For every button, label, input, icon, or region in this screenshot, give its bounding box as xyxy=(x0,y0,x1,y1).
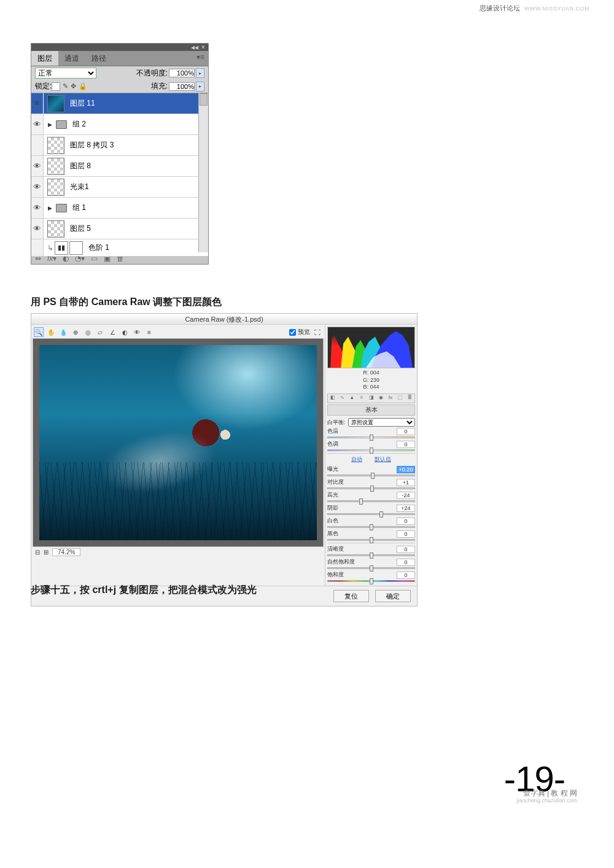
layer-item-group[interactable]: 👁 ▶ 组 2 xyxy=(31,114,208,135)
hand-tool-icon[interactable]: ✋ xyxy=(46,327,56,337)
visibility-icon[interactable]: 👁 xyxy=(31,177,44,197)
zoom-in-icon[interactable]: ⊞ xyxy=(44,549,49,556)
saturation-slider[interactable] xyxy=(327,580,415,582)
white-slider[interactable] xyxy=(327,526,415,528)
tab-channels[interactable]: 通道 xyxy=(58,51,85,66)
clarity-value[interactable]: 0 xyxy=(397,546,415,553)
opacity-input[interactable] xyxy=(169,69,195,77)
image-preview[interactable] xyxy=(33,338,324,547)
layer-name: 图层 8 拷贝 3 xyxy=(70,140,114,150)
saturation-value[interactable]: 0 xyxy=(397,572,415,579)
blend-row: 正常 不透明度: ▸ xyxy=(31,66,208,80)
layer-item[interactable]: 👁 光束1 xyxy=(31,177,208,198)
visibility-icon[interactable]: 👁 xyxy=(31,93,44,114)
zoom-tool-icon[interactable]: 🔍 xyxy=(34,327,44,337)
visibility-icon[interactable] xyxy=(31,239,44,256)
panel-menu-icon[interactable]: ▾≡ xyxy=(193,51,208,66)
layer-thumbnail xyxy=(47,137,64,154)
exposure-value[interactable]: +0.20 xyxy=(397,466,415,473)
fullscreen-icon[interactable]: ⛶ xyxy=(313,327,322,337)
layer-item[interactable]: 👁 图层 8 xyxy=(31,156,208,177)
layer-item-group[interactable]: 👁 ▶ 组 1 xyxy=(31,198,208,219)
scrollbar[interactable] xyxy=(198,93,208,252)
clarity-slider[interactable] xyxy=(327,554,415,556)
spot-tool-icon[interactable]: ◐ xyxy=(120,327,130,337)
tab-basic-icon[interactable]: ◧ xyxy=(328,395,337,402)
vibrance-value[interactable]: 0 xyxy=(397,559,415,566)
visibility-icon[interactable]: 👁 xyxy=(31,198,44,218)
lock-move-icon[interactable]: ✥ xyxy=(71,82,76,90)
contrast-slider[interactable] xyxy=(327,487,415,489)
tab-lens-icon[interactable]: ◉ xyxy=(376,395,385,402)
close-icon[interactable]: ✕ xyxy=(201,44,206,50)
contrast-value[interactable]: +1 xyxy=(397,479,415,486)
visibility-icon[interactable]: 👁 xyxy=(31,219,44,239)
lock-all-icon[interactable]: 🔒 xyxy=(79,82,87,90)
preview-image xyxy=(39,345,317,540)
tab-preset-icon[interactable]: ≣ xyxy=(405,395,414,402)
highlight-value[interactable]: -24 xyxy=(397,492,415,499)
tab-cal-icon[interactable]: ⬚ xyxy=(396,395,405,402)
expand-icon[interactable]: ▶ xyxy=(48,205,52,211)
section-title: 基本 xyxy=(327,405,415,416)
sampler-tool-icon[interactable]: ⊕ xyxy=(71,327,80,337)
collapse-icon[interactable]: ◀◀ xyxy=(191,45,198,50)
layer-item[interactable]: 👁 图层 8 拷贝 3 xyxy=(31,135,208,156)
straighten-tool-icon[interactable]: ∠ xyxy=(107,327,117,337)
tint-slider[interactable] xyxy=(327,449,415,451)
lock-transparency-icon[interactable] xyxy=(52,82,60,91)
layer-item[interactable]: 👁 图层 5 xyxy=(31,219,208,239)
shadow-value[interactable]: +24 xyxy=(397,505,415,512)
levels-icon: ▮▮ xyxy=(55,241,68,255)
exposure-label: 曝光 xyxy=(327,465,338,473)
expand-icon[interactable]: ▶ xyxy=(48,122,52,128)
zoom-value[interactable]: 74.2% xyxy=(52,548,80,556)
tint-value[interactable]: 0 xyxy=(397,441,415,448)
opacity-dropdown-icon[interactable]: ▸ xyxy=(196,68,204,78)
black-slider[interactable] xyxy=(327,539,415,541)
temp-value[interactable]: 0 xyxy=(397,428,415,435)
auto-link[interactable]: 自动 xyxy=(351,455,362,463)
preview-toggle[interactable]: 预览 xyxy=(289,328,310,336)
temp-slider[interactable] xyxy=(327,436,415,438)
layer-thumbnail xyxy=(47,95,64,112)
visibility-icon-off[interactable]: 👁 xyxy=(31,135,44,155)
wb-tool-icon[interactable]: 💧 xyxy=(58,327,68,337)
wb-select[interactable]: 原照设置 xyxy=(348,418,415,427)
default-link[interactable]: 默认值 xyxy=(375,455,391,463)
black-label: 黑色 xyxy=(327,530,338,538)
prefs-tool-icon[interactable]: ≡ xyxy=(144,327,154,337)
wb-label: 白平衡: xyxy=(327,419,347,427)
tab-curve-icon[interactable]: ∿ xyxy=(338,395,347,402)
black-value[interactable]: 0 xyxy=(397,530,415,538)
layer-item-adjustment[interactable]: ↳ ▮▮ 色阶 1 xyxy=(31,239,208,257)
tab-fx-icon[interactable]: fx xyxy=(386,395,395,402)
ok-button[interactable]: 确定 xyxy=(375,590,411,602)
highlight-slider[interactable] xyxy=(327,500,415,502)
layer-item-selected[interactable]: 👁 图层 11 xyxy=(31,93,208,114)
tab-detail-icon[interactable]: ▲ xyxy=(348,395,356,402)
tab-layers[interactable]: 图层 xyxy=(31,51,58,66)
zoom-out-icon[interactable]: ⊟ xyxy=(35,549,40,556)
white-value[interactable]: 0 xyxy=(397,517,415,525)
tab-paths[interactable]: 路径 xyxy=(85,51,112,66)
blend-mode-select[interactable]: 正常 xyxy=(35,68,96,79)
crop-tool-icon[interactable]: ▱ xyxy=(95,327,105,337)
fill-label: 填充: xyxy=(151,81,168,91)
fill-dropdown-icon[interactable]: ▸ xyxy=(196,82,204,91)
fill-input[interactable] xyxy=(169,82,195,91)
reset-button[interactable]: 复位 xyxy=(333,590,369,602)
exposure-slider[interactable] xyxy=(327,475,415,476)
lock-brush-icon[interactable]: ✎ xyxy=(63,82,68,90)
visibility-icon[interactable]: 👁 xyxy=(31,114,44,134)
redeye-tool-icon[interactable]: 👁 xyxy=(132,327,142,337)
vibrance-slider[interactable] xyxy=(327,567,415,569)
scrollbar-thumb[interactable] xyxy=(200,93,208,106)
visibility-icon[interactable]: 👁 xyxy=(31,156,44,176)
tab-hsl-icon[interactable]: ≡ xyxy=(357,395,366,402)
shadow-slider[interactable] xyxy=(327,513,415,515)
target-tool-icon[interactable]: ◎ xyxy=(83,327,93,337)
camera-raw-toolbar: 🔍 ✋ 💧 ⊕ ◎ ▱ ∠ ◐ 👁 ≡ 预览 ⛶ xyxy=(33,326,324,338)
tab-split-icon[interactable]: ◨ xyxy=(367,395,376,402)
preview-checkbox[interactable] xyxy=(289,329,296,336)
